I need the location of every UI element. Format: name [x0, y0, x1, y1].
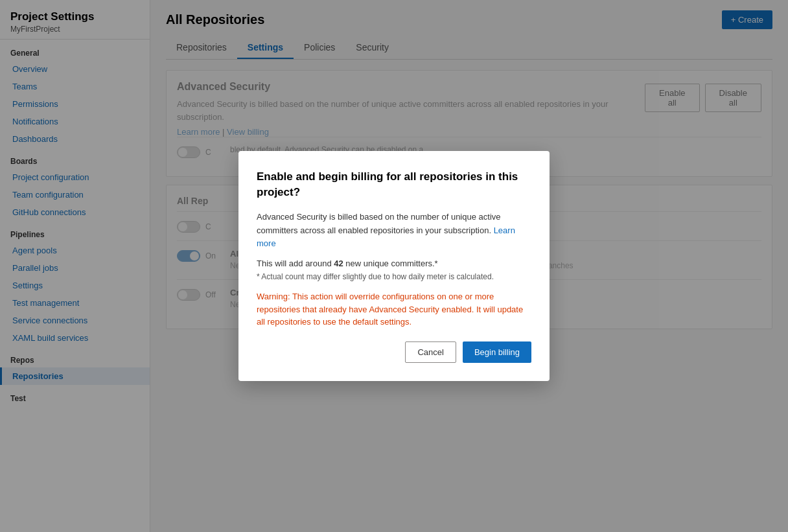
modal-actions: Cancel Begin billing — [257, 341, 531, 363]
modal-warning: Warning: This action will override confi… — [257, 290, 531, 329]
begin-billing-button[interactable]: Begin billing — [463, 341, 531, 363]
modal-dialog: Enable and begin billing for all reposit… — [238, 151, 550, 380]
modal-committers-count: 42 — [334, 259, 343, 268]
modal-overlay: Enable and begin billing for all reposit… — [0, 0, 788, 532]
modal-title: Enable and begin billing for all reposit… — [257, 169, 531, 200]
cancel-button[interactable]: Cancel — [405, 341, 456, 363]
modal-body: Advanced Security is billed based on the… — [257, 211, 531, 251]
modal-committers: This will add around 42 new unique commi… — [257, 259, 531, 268]
modal-note: * Actual count may differ slightly due t… — [257, 272, 531, 281]
